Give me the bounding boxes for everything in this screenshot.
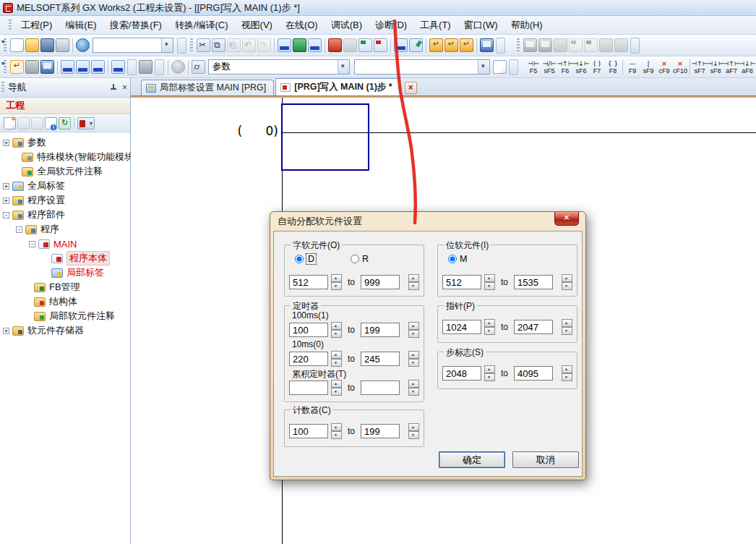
rising-pulse-branch-button[interactable]: ⊣↑⊢aF7 bbox=[723, 57, 739, 77]
tree-item-program[interactable]: -程序 bbox=[0, 222, 130, 237]
tree-item-global-device-comment[interactable]: 全局软元件注释 bbox=[0, 164, 130, 179]
tab-prg-write-main[interactable]: [PRG]写入 MAIN (1)步 * bbox=[275, 78, 400, 95]
tab-close-icon[interactable] bbox=[405, 82, 417, 94]
watch-stop-icon[interactable] bbox=[584, 38, 598, 52]
chevron-down-icon[interactable] bbox=[155, 59, 164, 75]
menu-window[interactable]: 窗口(W) bbox=[458, 17, 504, 34]
menu-tools[interactable]: 工具(T) bbox=[413, 17, 458, 34]
tree-item-parameter[interactable]: +参数 bbox=[0, 135, 130, 150]
tree-item-program-setting[interactable]: +程序设置 bbox=[0, 193, 130, 208]
word-from-spinner[interactable] bbox=[331, 274, 342, 290]
tree-item-local-label[interactable]: 局部标签 bbox=[0, 265, 130, 280]
pointer-to-field[interactable] bbox=[514, 320, 553, 334]
word-to-spinner[interactable] bbox=[408, 274, 419, 290]
device-test-icon[interactable] bbox=[409, 38, 423, 52]
radio-d[interactable]: D bbox=[295, 254, 316, 264]
print-icon[interactable] bbox=[56, 38, 69, 52]
spinner[interactable] bbox=[408, 423, 419, 439]
delete-vertical-line-button[interactable]: ×cF10 bbox=[672, 57, 688, 77]
device-search-dropdown-icon[interactable] bbox=[139, 60, 153, 74]
spinner[interactable] bbox=[331, 423, 342, 439]
new-item-icon[interactable] bbox=[4, 117, 16, 129]
spinner[interactable] bbox=[331, 322, 342, 338]
open-project-icon[interactable] bbox=[25, 38, 39, 52]
window-titlebar[interactable]: MELSOFT系列 GX Works2 (工程未设置) - [[PRG]写入 M… bbox=[0, 0, 756, 16]
chevron-down-icon[interactable] bbox=[127, 59, 137, 75]
document-search-icon[interactable] bbox=[493, 60, 507, 74]
falling-pulse-button[interactable]: ⊣↓⊢sF8 bbox=[708, 57, 723, 77]
device-display-dropdown-icon[interactable] bbox=[111, 60, 125, 74]
chevron-down-icon[interactable] bbox=[478, 60, 489, 74]
closed-branch-button[interactable]: ⊣↓⊢sF6 bbox=[573, 57, 589, 77]
paste-icon[interactable] bbox=[227, 38, 241, 52]
menu-project[interactable]: 工程(P) bbox=[14, 17, 59, 34]
tree-item-fb-management[interactable]: FB管理 bbox=[0, 280, 130, 294]
save-project-icon[interactable] bbox=[40, 38, 54, 52]
paste-icon[interactable] bbox=[31, 117, 43, 129]
sort-filter-icon[interactable] bbox=[77, 117, 95, 129]
menu-help[interactable]: 帮助(H) bbox=[504, 17, 549, 34]
toolbar-overflow-icon[interactable] bbox=[630, 38, 640, 54]
bit-to-field[interactable] bbox=[514, 275, 553, 289]
timer-10ms-from-field[interactable] bbox=[289, 352, 328, 366]
bit-from-field[interactable] bbox=[442, 275, 481, 289]
timer-10ms-to-field[interactable] bbox=[361, 352, 400, 366]
spinner[interactable] bbox=[331, 380, 342, 396]
copy-icon[interactable] bbox=[212, 38, 225, 52]
dialog-titlebar[interactable]: 自动分配软元件设置 bbox=[270, 212, 585, 231]
output-window-icon[interactable] bbox=[40, 60, 54, 74]
spinner[interactable] bbox=[484, 319, 495, 335]
program-combo[interactable] bbox=[93, 38, 173, 53]
horizontal-line-button[interactable]: —F9 bbox=[624, 57, 640, 77]
tree-item-main[interactable]: -MAIN bbox=[0, 237, 130, 251]
bit-to-spinner[interactable] bbox=[562, 274, 572, 290]
cancel-button[interactable]: 取消 bbox=[512, 451, 579, 468]
spinner[interactable] bbox=[562, 319, 572, 335]
expand-toggle[interactable]: + bbox=[3, 140, 9, 146]
target-combo[interactable]: 参数 bbox=[208, 59, 350, 75]
retentive-timer-to-field[interactable] bbox=[361, 381, 400, 395]
falling-pulse-branch-button[interactable]: ⊣↓⊢aF8 bbox=[739, 57, 755, 77]
menu-diagnostics[interactable]: 诊断(D) bbox=[369, 17, 413, 34]
statement-jump-icon[interactable] bbox=[429, 38, 443, 52]
menu-find-replace[interactable]: 搜索/替换(F) bbox=[103, 17, 168, 34]
pointer-from-field[interactable] bbox=[442, 320, 481, 334]
property-icon[interactable] bbox=[45, 117, 57, 129]
watch-start-icon[interactable] bbox=[569, 38, 583, 52]
radio-d-input[interactable] bbox=[295, 255, 304, 263]
radio-r[interactable]: R bbox=[351, 254, 369, 264]
tree-item-local-device-comment[interactable]: 局部软元件注释 bbox=[0, 309, 130, 323]
chevron-down-icon[interactable] bbox=[338, 60, 349, 74]
pin-icon[interactable] bbox=[109, 83, 118, 92]
closed-contact-button[interactable]: ⊣/⊢sF5 bbox=[541, 57, 557, 77]
menu-online[interactable]: 在线(O) bbox=[279, 17, 325, 34]
monitor-stop-icon[interactable] bbox=[538, 38, 552, 52]
read-from-plc-icon[interactable] bbox=[343, 38, 357, 52]
trace-icon[interactable] bbox=[599, 38, 613, 52]
trace-setting-icon[interactable] bbox=[614, 38, 628, 52]
spinner[interactable] bbox=[408, 351, 419, 367]
tree-item-special-module[interactable]: 特殊模块(智能功能模块) bbox=[0, 150, 130, 164]
menu-edit[interactable]: 编辑(E) bbox=[59, 17, 103, 34]
dialog-close-icon[interactable] bbox=[554, 212, 579, 226]
expand-toggle[interactable]: + bbox=[3, 183, 9, 190]
word-from-field[interactable] bbox=[289, 275, 328, 289]
tab-local-label-setting[interactable]: 局部标签设置 MAIN [PRG] bbox=[141, 80, 274, 95]
ok-button[interactable]: 确定 bbox=[439, 451, 505, 468]
timer-100ms-from-field[interactable] bbox=[289, 323, 328, 337]
menu-view[interactable]: 视图(V) bbox=[235, 17, 279, 34]
chevron-down-icon[interactable] bbox=[161, 38, 173, 52]
open-branch-button[interactable]: ⊣↑⊢F6 bbox=[557, 57, 573, 77]
step-jump-icon[interactable] bbox=[460, 38, 473, 52]
menu-compile[interactable]: 转换/编译(C) bbox=[168, 17, 235, 34]
word-to-field[interactable] bbox=[361, 275, 400, 289]
timer-100ms-to-field[interactable] bbox=[361, 323, 400, 337]
device-grid-icon[interactable] bbox=[91, 60, 105, 74]
bit-from-spinner[interactable] bbox=[484, 274, 495, 290]
spinner[interactable] bbox=[562, 365, 572, 381]
spinner[interactable] bbox=[484, 365, 495, 381]
coil-button[interactable]: ( )F7 bbox=[589, 57, 605, 77]
retentive-timer-from-field[interactable] bbox=[289, 381, 328, 395]
tree-item-structure[interactable]: 结构体 bbox=[0, 294, 130, 309]
spinner[interactable] bbox=[408, 322, 419, 338]
